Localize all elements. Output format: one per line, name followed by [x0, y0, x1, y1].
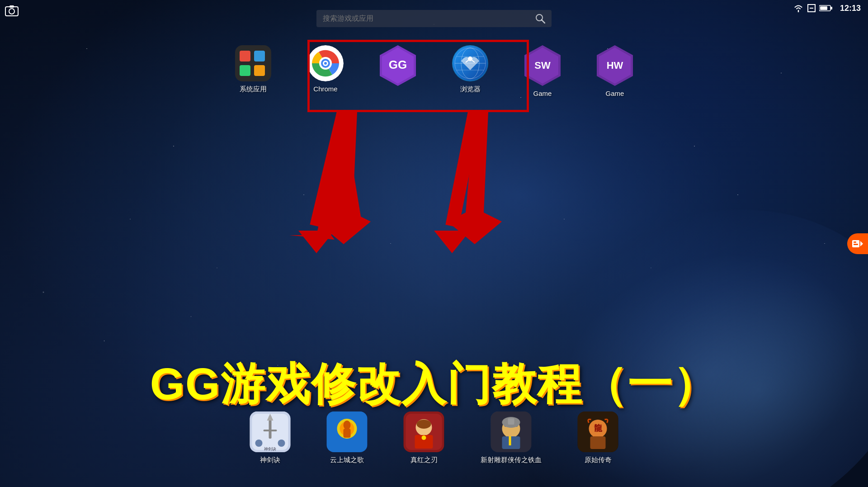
- svg-rect-61: [508, 418, 514, 425]
- svg-point-56: [422, 435, 426, 440]
- svg-text:神剑诀: 神剑诀: [264, 447, 276, 451]
- svg-marker-69: [860, 241, 863, 246]
- app-xinshe[interactable]: 新射雕群侠传之铁血: [481, 411, 542, 464]
- system-label: 系统应用: [240, 85, 267, 94]
- app-game2[interactable]: HW Game: [597, 45, 633, 97]
- zhenhong-label: 真红之刃: [410, 456, 438, 464]
- app-chrome[interactable]: Chrome: [307, 45, 344, 97]
- svg-point-14: [324, 62, 327, 65]
- app-yunyue[interactable]: 云上城之歌: [327, 411, 368, 464]
- svg-rect-3: [830, 7, 832, 9]
- record-icon: [851, 237, 864, 250]
- svg-text:龍: 龍: [594, 424, 603, 433]
- xinshe-icon: [491, 411, 531, 452]
- system-dot-4: [254, 65, 265, 76]
- app-system[interactable]: 系统应用: [235, 45, 271, 97]
- xinshe-label: 新射雕群侠传之铁血: [481, 456, 542, 464]
- gg-icon-wrap: GG: [380, 45, 416, 86]
- game2-icon-wrap: HW: [597, 45, 633, 86]
- apps-row: 系统应用 Chrome: [0, 45, 868, 97]
- battery-icon: [819, 5, 833, 12]
- system-icon: [235, 45, 271, 81]
- app-browser[interactable]: 浏览器: [452, 45, 488, 97]
- app-yuanshi[interactable]: 龍 原始传奇: [578, 411, 618, 464]
- shenjian-icon: 神剑诀: [250, 411, 291, 452]
- svg-text:SW: SW: [534, 60, 551, 71]
- svg-rect-66: [590, 436, 606, 449]
- app-zhenhong[interactable]: 真红之刃: [404, 411, 444, 464]
- bottom-apps-row: 神剑诀 神剑诀 云上城之歌: [250, 411, 618, 464]
- system-dot-3: [240, 65, 250, 76]
- svg-point-44: [278, 440, 285, 447]
- search-bar: [316, 10, 552, 27]
- search-input[interactable]: [323, 14, 531, 23]
- browser-icon: [452, 45, 488, 81]
- svg-rect-71: [854, 244, 858, 245]
- app-gg[interactable]: GG: [380, 45, 416, 97]
- yuanshi-icon: 龍: [578, 411, 618, 452]
- chrome-icon: [307, 45, 344, 81]
- svg-line-9: [542, 20, 545, 23]
- svg-point-49: [344, 421, 351, 430]
- game1-icon-wrap: SW: [524, 45, 561, 86]
- system-dot-1: [240, 51, 250, 61]
- yunyue-label: 云上城之歌: [330, 456, 364, 464]
- yunyue-icon: [327, 411, 368, 452]
- wifi-icon: [793, 4, 804, 12]
- yuanshi-label: 原始传奇: [585, 456, 612, 464]
- float-record-button[interactable]: [847, 233, 868, 254]
- zhenhong-icon: [404, 411, 444, 452]
- clock: 12:13: [840, 4, 861, 13]
- game1-label: Game: [533, 90, 552, 97]
- svg-point-54: [417, 420, 431, 429]
- svg-rect-7: [9, 5, 14, 8]
- svg-point-43: [255, 440, 263, 447]
- browser-label: 浏览器: [460, 85, 481, 94]
- chrome-label: Chrome: [313, 85, 337, 93]
- sim-icon: [807, 4, 816, 12]
- svg-point-24: [468, 57, 472, 61]
- shenjian-label: 神剑诀: [260, 456, 280, 464]
- app-shenjian[interactable]: 神剑诀 神剑诀: [250, 411, 291, 464]
- svg-rect-63: [509, 436, 511, 445]
- gg-icon: GG: [380, 45, 416, 86]
- system-dot-2: [254, 51, 265, 61]
- search-icon: [535, 14, 545, 24]
- app-game1[interactable]: SW Game: [524, 45, 561, 97]
- svg-rect-4: [820, 6, 827, 10]
- camera-button[interactable]: [5, 4, 19, 20]
- status-icons: 12:13: [793, 4, 861, 13]
- game1-icon: SW: [524, 45, 561, 86]
- svg-rect-70: [854, 241, 856, 243]
- main-title: GG游戏修改入门教程（一）: [150, 355, 718, 415]
- svg-rect-50: [344, 429, 351, 438]
- svg-text:GG: GG: [389, 58, 407, 71]
- game2-label: Game: [606, 90, 624, 97]
- game2-icon: HW: [597, 45, 633, 86]
- svg-text:HW: HW: [607, 60, 623, 71]
- svg-point-6: [9, 9, 14, 14]
- svg-rect-42: [264, 430, 277, 431]
